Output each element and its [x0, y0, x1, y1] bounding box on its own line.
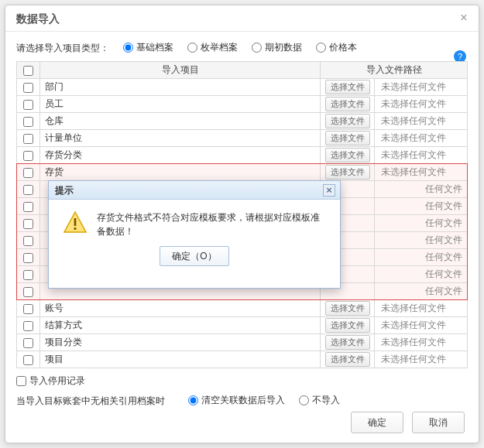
type-radio-input[interactable]: [123, 43, 133, 53]
file-status-text: 未选择任何文件: [381, 149, 446, 160]
file-status-text: 未选择任何文件: [381, 81, 446, 92]
row-file-btn-cell: 选择文件: [321, 130, 375, 147]
row-file-text-cell: 未选择任何文件: [375, 334, 468, 351]
choose-file-button[interactable]: 选择文件: [325, 131, 370, 145]
row-checkbox-cell: [17, 198, 40, 215]
import-disabled-checkbox[interactable]: [16, 376, 26, 386]
row-checkbox-cell: [17, 266, 40, 283]
choose-file-button[interactable]: 选择文件: [325, 335, 370, 350]
prompt-title: 提示: [55, 185, 74, 196]
dialog-header: 数据导入 ×: [5, 5, 479, 32]
row-checkbox[interactable]: [23, 202, 33, 212]
row-checkbox[interactable]: [23, 168, 33, 178]
file-status-text: 未选择任何文件: [381, 115, 446, 126]
row-checkbox[interactable]: [23, 134, 33, 144]
svg-rect-1: [74, 218, 77, 226]
type-radio-0[interactable]: 基础档案: [123, 41, 173, 54]
row-checkbox[interactable]: [23, 270, 33, 280]
choose-file-button[interactable]: 选择文件: [325, 97, 370, 111]
type-radio-2[interactable]: 期初数据: [252, 41, 302, 54]
row-checkbox[interactable]: [23, 117, 33, 127]
row-checkbox-cell: [17, 232, 40, 249]
row-checkbox-cell: [17, 96, 40, 113]
choose-file-button[interactable]: 选择文件: [325, 148, 370, 162]
prompt-message: 存货文件格式不符合对应模板要求，请根据对应模板准备数据！: [97, 210, 326, 238]
file-status-text: 任何文件: [425, 268, 462, 279]
close-icon[interactable]: ×: [457, 12, 471, 26]
row-checkbox[interactable]: [23, 219, 33, 229]
choose-file-button[interactable]: 选择文件: [325, 114, 370, 128]
ok-button[interactable]: 确定: [351, 412, 403, 433]
row-file-btn-cell: 选择文件: [321, 317, 375, 334]
type-radio-input[interactable]: [252, 43, 262, 53]
prompt-ok-button[interactable]: 确定（O）: [160, 246, 229, 266]
header-item: 导入项目: [40, 62, 321, 79]
table-row: 项目分类选择文件未选择任何文件: [17, 334, 468, 351]
row-file-text-cell: 任何文件: [375, 249, 468, 266]
import-disabled-row: 导入停用记录: [16, 374, 468, 388]
ref-radio-1[interactable]: 不导入: [299, 394, 340, 407]
prompt-close-icon[interactable]: ×: [323, 184, 335, 197]
row-file-btn-cell: 选择文件: [321, 113, 375, 130]
row-file-text-cell: 未选择任何文件: [375, 164, 468, 181]
select-all-checkbox[interactable]: [23, 66, 33, 76]
row-checkbox[interactable]: [23, 151, 33, 161]
prompt-header: 提示 ×: [49, 181, 340, 200]
type-radio-input[interactable]: [187, 43, 197, 53]
table-row: 结算方式选择文件未选择任何文件: [17, 317, 468, 334]
choose-file-button[interactable]: 选择文件: [325, 165, 370, 180]
choose-file-button[interactable]: 选择文件: [325, 301, 370, 316]
row-file-btn-cell: 选择文件: [321, 164, 375, 181]
row-file-btn-cell: 选择文件: [321, 96, 375, 113]
choose-file-button[interactable]: 选择文件: [325, 318, 370, 333]
cancel-button[interactable]: 取消: [412, 412, 465, 433]
ref-radio-0[interactable]: 清空关联数据后导入: [188, 394, 285, 407]
file-status-text: 任何文件: [425, 183, 462, 194]
table-row: 项目选择文件未选择任何文件: [17, 351, 468, 368]
table-row: 计量单位选择文件未选择任何文件: [17, 130, 468, 147]
choose-file-button[interactable]: 选择文件: [325, 80, 370, 94]
file-status-text: 未选择任何文件: [381, 354, 446, 364]
type-radio-label: 期初数据: [265, 41, 302, 54]
row-checkbox[interactable]: [23, 100, 33, 110]
row-checkbox[interactable]: [23, 321, 33, 331]
type-radio-label: 基础档案: [136, 41, 173, 54]
row-file-text-cell: 未选择任何文件: [375, 113, 468, 130]
row-checkbox[interactable]: [23, 253, 33, 263]
type-radio-3[interactable]: 价格本: [316, 41, 357, 54]
row-item-name: 存货: [40, 164, 321, 181]
file-status-text: 未选择任何文件: [381, 303, 446, 313]
row-checkbox-cell: [17, 249, 40, 266]
choose-file-button[interactable]: 选择文件: [325, 352, 370, 367]
row-file-text-cell: 未选择任何文件: [375, 300, 468, 317]
row-item-name: 部门: [40, 79, 321, 96]
table-row: 仓库选择文件未选择任何文件: [17, 113, 468, 130]
row-checkbox-cell: [17, 164, 40, 181]
row-checkbox[interactable]: [23, 304, 33, 314]
row-file-text-cell: 任何文件: [375, 232, 468, 249]
row-file-text-cell: 未选择任何文件: [375, 317, 468, 334]
svg-rect-2: [74, 227, 77, 230]
row-checkbox[interactable]: [23, 287, 33, 297]
type-radio-label: 价格本: [329, 41, 357, 54]
row-checkbox-cell: [17, 334, 40, 351]
row-checkbox[interactable]: [23, 185, 33, 195]
row-checkbox-cell: [17, 181, 40, 198]
ref-radio-input[interactable]: [299, 395, 309, 405]
type-row: 请选择导入项目类型： 基础档案枚举档案期初数据价格本: [16, 41, 468, 55]
row-checkbox[interactable]: [23, 338, 33, 348]
row-checkbox[interactable]: [23, 83, 33, 93]
ref-radio-input[interactable]: [188, 395, 198, 405]
type-radio-1[interactable]: 枚举档案: [187, 41, 238, 54]
row-file-text-cell: 未选择任何文件: [375, 351, 468, 368]
table-row: 员工选择文件未选择任何文件: [17, 96, 468, 113]
header-path: 导入文件路径: [321, 62, 468, 79]
row-checkbox-cell: [17, 147, 40, 164]
row-checkbox[interactable]: [23, 236, 33, 246]
prompt-body: 存货文件格式不符合对应模板要求，请根据对应模板准备数据！: [49, 200, 340, 241]
row-checkbox-cell: [17, 79, 40, 96]
type-radio-input[interactable]: [316, 43, 326, 53]
row-checkbox[interactable]: [23, 355, 33, 365]
file-status-text: 未选择任何文件: [381, 98, 446, 109]
prompt-dialog: 提示 × 存货文件格式不符合对应模板要求，请根据对应模板准备数据！ 确定（O）: [48, 180, 341, 289]
